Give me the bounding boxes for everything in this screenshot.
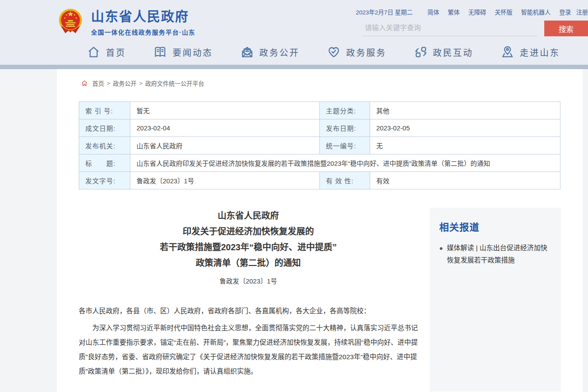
- brand: ★ ★ ★ ★ 山东省人民政府 全国一体化在线政务服务平台·山东: [57, 6, 196, 36]
- document-meta-table: 索 引 号: 暂无 主题分类: 其他 成文日期: 2023-02-04 发布日期…: [79, 102, 560, 189]
- current-date: 2023年2月7日 星期二: [356, 9, 413, 16]
- search-button[interactable]: 搜索: [544, 21, 588, 36]
- meta-value-unified-number: 无: [370, 137, 560, 154]
- breadcrumb-home-icon: [81, 80, 88, 87]
- article-paragraph: 各市人民政府，各县（市、区）人民政府，省政府各部门、各直属机构，各大企业，各高等…: [79, 304, 418, 318]
- article: 山东省人民政府 印发关于促进经济加快恢复发展的 若干政策措施暨2023年“稳中向…: [79, 208, 418, 392]
- link-login[interactable]: 登录: [559, 9, 571, 16]
- related-reports-list: ● 媒体解读 | 山东出台促进经济加快恢复发展若干政策措施: [439, 242, 551, 266]
- link-care-version[interactable]: 关怀版: [495, 9, 513, 16]
- bullet-icon: ●: [439, 242, 443, 266]
- map-pin-icon: [500, 45, 514, 59]
- main-nav: 首页 要闻动态 政务公开 政务服务 政民互动 走进山东: [57, 42, 588, 65]
- link-traditional[interactable]: 繁体: [448, 9, 460, 16]
- link-accessibility[interactable]: 无障碍: [468, 9, 486, 16]
- meta-value-category: 其他: [370, 102, 560, 119]
- header-divider: [0, 65, 588, 69]
- table-row: 成文日期: 2023-02-04 发布日期: 2023-02-05: [79, 119, 560, 137]
- document-title: 山东省人民政府 印发关于促进经济加快恢复发展的 若干政策措施暨2023年“稳中向…: [79, 208, 418, 271]
- heart-icon: [327, 45, 341, 59]
- page-content: 首页 > 政务公开 > 政府文件统一公开平台 索 引 号: 暂无 主题分类: 其…: [57, 69, 583, 392]
- nav-item-about[interactable]: 走进山东: [500, 45, 560, 59]
- meta-label-index: 索 引 号:: [79, 102, 130, 119]
- related-reports-heading: 相关报道: [439, 219, 551, 233]
- meta-label-category: 主题分类:: [320, 102, 370, 119]
- meta-label-written-date: 成文日期:: [79, 119, 130, 137]
- breadcrumb: 首页 > 政务公开 > 政府文件统一公开平台: [57, 69, 583, 88]
- site-title: 山东省人民政府: [91, 6, 196, 25]
- table-row: 索 引 号: 暂无 主题分类: 其他: [79, 102, 560, 119]
- nav-item-interaction[interactable]: 政民互动: [414, 45, 473, 59]
- mail-icon: [240, 45, 254, 59]
- home-icon: [87, 45, 101, 59]
- meta-value-doc-number: 鲁政发〔2023〕1号: [130, 172, 320, 189]
- table-row: 发文字号: 鲁政发〔2023〕1号 有 效 性: 有效: [79, 172, 560, 189]
- meta-value-issuing-agency: 山东省人民政府: [130, 137, 320, 154]
- list-item[interactable]: ● 媒体解读 | 山东出台促进经济加快恢复发展若干政策措施: [439, 242, 551, 266]
- meta-value-publish-date: 2023-02-05: [370, 119, 560, 137]
- nav-item-gov-info[interactable]: 政务公开: [240, 45, 300, 59]
- nav-item-services[interactable]: 政务服务: [327, 45, 386, 59]
- search-input[interactable]: [362, 22, 537, 36]
- meta-label-title: 标 题:: [79, 154, 130, 172]
- book-icon: [153, 45, 167, 59]
- search-bar: 搜索: [362, 21, 588, 36]
- meta-value-title: 山东省人民政府印发关于促进经济加快恢复发展的若干政策措施暨2023年“稳中向好、…: [130, 154, 560, 172]
- meta-value-validity: 有效: [370, 172, 560, 189]
- article-paragraph: 为深入学习贯彻习近平新时代中国特色社会主义思想，全面贯彻落实党的二十大精神，认真…: [79, 321, 418, 378]
- svg-text:★: ★: [64, 17, 66, 19]
- svg-text:★: ★: [75, 17, 77, 19]
- interaction-icon: [414, 45, 428, 59]
- national-emblem-logo: ★ ★ ★ ★: [57, 7, 84, 35]
- meta-label-doc-number: 发文字号:: [79, 172, 130, 189]
- link-simplified[interactable]: 简体: [427, 9, 439, 16]
- breadcrumb-platform[interactable]: 政府文件统一公开平台: [145, 79, 204, 88]
- breadcrumb-gov-info[interactable]: 政务公开: [113, 79, 136, 88]
- meta-label-issuing-agency: 发布机关:: [79, 137, 130, 154]
- nav-item-news[interactable]: 要闻动态: [153, 45, 213, 59]
- link-register[interactable]: 注册: [576, 9, 588, 16]
- meta-label-unified-number: 统一编号:: [320, 137, 370, 154]
- site-subtitle: 全国一体化在线政务服务平台·山东: [91, 28, 196, 36]
- table-row: 标 题: 山东省人民政府印发关于促进经济加快恢复发展的若干政策措施暨2023年“…: [79, 154, 560, 172]
- meta-value-index: 暂无: [130, 102, 320, 119]
- meta-value-written-date: 2023-02-04: [130, 119, 320, 137]
- nav-item-home[interactable]: 首页: [87, 45, 126, 59]
- topbar: 2023年2月7日 星期二 简体 繁体 无障碍 关怀版 智能机器人 登录 注册: [356, 7, 588, 16]
- link-robot[interactable]: 智能机器人: [521, 9, 551, 16]
- document-number: 鲁政发〔2023〕1号: [79, 276, 418, 285]
- related-reports-panel: 相关报道 ● 媒体解读 | 山东出台促进经济加快恢复发展若干政策措施: [430, 208, 561, 392]
- svg-text:★: ★: [74, 14, 76, 16]
- table-row: 发布机关: 山东省人民政府 统一编号: 无: [79, 137, 560, 154]
- site-header: ★ ★ ★ ★ 山东省人民政府 全国一体化在线政务服务平台·山东 2023年2月…: [0, 0, 588, 69]
- meta-label-validity: 有 效 性:: [320, 172, 370, 189]
- svg-text:★: ★: [65, 14, 67, 16]
- meta-label-publish-date: 发布日期:: [320, 119, 370, 137]
- breadcrumb-home[interactable]: 首页: [92, 79, 104, 88]
